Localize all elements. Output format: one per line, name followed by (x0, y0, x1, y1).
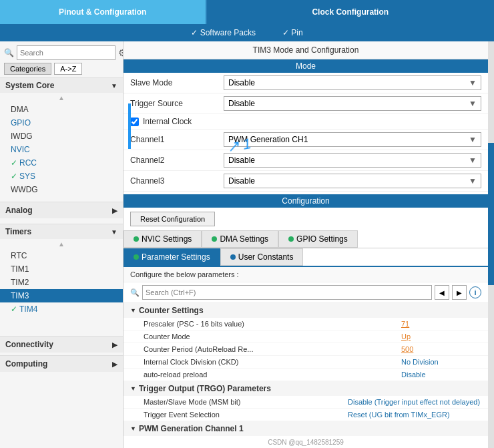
trigger-source-row: Trigger Source Disable ▼ (123, 93, 488, 114)
sidebar-item-sys[interactable]: ✓ SYS (0, 170, 123, 183)
mode-section-bar: Mode (123, 59, 488, 73)
channel3-select[interactable]: Disable ▼ (224, 174, 481, 188)
reset-config-button[interactable]: Reset Configuration (130, 212, 215, 226)
sidebar-item-tim4[interactable]: ✓ TIM4 (0, 302, 123, 316)
sidebar-item-wwdg[interactable]: WWDG (0, 183, 123, 196)
dropdown-arrow-2: ▼ (469, 99, 477, 108)
scrollbar-thumb[interactable] (488, 143, 494, 285)
pinout-tab[interactable]: Pinout & Configuration (0, 0, 207, 24)
channel3-label: Channel3 (130, 176, 224, 186)
trigger-output-group: ▼ Trigger Output (TRGO) Parameters Maste… (123, 381, 488, 421)
sidebar-item-iwdg[interactable]: IWDG (0, 130, 123, 143)
main-layout: 🔍 ⚙ Categories A->Z System Core ▼ ▲ DMA … (0, 41, 494, 448)
param-value-msm[interactable]: Disable (Trigger input effect not delaye… (348, 398, 481, 406)
counter-settings-header[interactable]: ▼ Counter Settings (123, 303, 488, 318)
param-value-counter-mode[interactable]: Up (401, 332, 481, 341)
dot-param (134, 254, 139, 260)
sidebar-item-dma[interactable]: DMA (0, 103, 123, 116)
system-core-header[interactable]: System Core ▼ (0, 77, 123, 93)
param-value-autoreload[interactable]: Disable (401, 371, 481, 379)
tab-nvic[interactable]: NVIC Settings (123, 230, 202, 248)
internal-clock-row: Internal Clock (123, 114, 488, 130)
computing-section-header[interactable]: Computing ▶ (0, 355, 123, 372)
param-row-counter-period: Counter Period (AutoReload Re... 500 (123, 343, 488, 356)
pin-link[interactable]: ✓ Pin (282, 28, 303, 37)
chevron-right-analog: ▶ (112, 207, 117, 214)
channel3-row: Channel3 Disable ▼ (123, 171, 488, 192)
param-value-prescaler[interactable]: 71 (401, 320, 481, 328)
content-area: TIM3 Mode and Configuration Mode Slave M… (123, 41, 488, 448)
sidebar-item-rtc[interactable]: RTC (0, 249, 123, 262)
param-nav-prev[interactable]: ◀ (435, 285, 449, 300)
sidebar-search-input[interactable] (17, 45, 115, 60)
info-icon[interactable]: i (469, 286, 481, 298)
param-value-counter-period[interactable]: 500 (401, 345, 481, 353)
tab-user-constants[interactable]: User Constants (220, 248, 304, 266)
param-row-prescaler: Prescaler (PSC - 16 bits value) 71 (123, 318, 488, 330)
internal-clock-checkbox[interactable] (130, 118, 139, 126)
slave-mode-label: Slave Mode (130, 78, 224, 87)
param-row-msm: Master/Slave Mode (MSM bit) Disable (Tri… (123, 396, 488, 409)
search-icon: 🔍 (4, 48, 14, 57)
channel1-row: Channel1 PWM Generation CH1 ▼ (123, 130, 488, 150)
tab-az[interactable]: A->Z (54, 63, 82, 75)
param-nav-next[interactable]: ▶ (452, 285, 467, 300)
counter-settings-group: ▼ Counter Settings Prescaler (PSC - 16 b… (123, 303, 488, 381)
pwm-channel1-header[interactable]: ▼ PWM Generation Channel 1 (123, 421, 488, 436)
tri-pwm: ▼ (130, 425, 136, 432)
analog-section-header[interactable]: Analog ▶ (0, 202, 123, 218)
param-row-autoreload: auto-reload preload Disable (123, 369, 488, 381)
sidebar: 🔍 ⚙ Categories A->Z System Core ▼ ▲ DMA … (0, 41, 123, 448)
param-value-ckd[interactable]: No Division (401, 358, 481, 366)
dropdown-arrow-4: ▼ (469, 156, 477, 165)
channel2-row: Channel2 Disable ▼ (123, 150, 488, 171)
watermark: CSDN @qq_1482581259 (123, 436, 488, 448)
check-icon-tim4: ✓ (11, 304, 17, 314)
gear-icon[interactable]: ⚙ (118, 47, 123, 58)
tab-categories[interactable]: Categories (4, 63, 51, 75)
tab-parameter-settings[interactable]: Parameter Settings (123, 248, 220, 266)
sidebar-item-rcc[interactable]: ✓ RCC (0, 156, 123, 170)
scroll-up-timers[interactable]: ▲ (0, 239, 123, 249)
param-name-ckd: Internal Clock Division (CKD) (144, 358, 401, 366)
sidebar-item-nvic[interactable]: NVIC (0, 143, 123, 156)
chevron-right-connectivity: ▶ (112, 341, 117, 349)
pwm-channel1-group: ▼ PWM Generation Channel 1 (123, 421, 488, 436)
connectivity-section-header[interactable]: Connectivity ▶ (0, 336, 123, 353)
param-configure-header: Configure the below parameters : (123, 267, 488, 282)
sidebar-item-tim1[interactable]: TIM1 (0, 262, 123, 276)
scrollbar-track[interactable] (488, 41, 494, 448)
tri-counter: ▼ (130, 307, 136, 314)
timers-header[interactable]: Timers ▼ (0, 224, 123, 239)
search-small-icon: 🔍 (130, 288, 140, 297)
sidebar-item-tim3[interactable]: TIM3 (0, 289, 123, 302)
param-row-counter-mode: Counter Mode Up (123, 330, 488, 343)
param-row-ckd: Internal Clock Division (CKD) No Divisio… (123, 356, 488, 369)
clock-tab[interactable]: Clock Configuration (207, 0, 495, 24)
chevron-down-icon: ▼ (111, 82, 117, 89)
check-icon-rcc: ✓ (11, 158, 17, 168)
sidebar-item-tim2[interactable]: TIM2 (0, 276, 123, 289)
dot-dma (212, 236, 217, 242)
tab-dma[interactable]: DMA Settings (202, 230, 278, 248)
dot-nvic (134, 236, 139, 242)
config-section-bar: Configuration (123, 194, 488, 208)
scroll-up-btn[interactable]: ▲ (0, 93, 123, 103)
top-header: Pinout & Configuration Clock Configurati… (0, 0, 494, 24)
software-packs-bar: ✓ Software Packs ✓ Pin (0, 24, 494, 41)
channel2-select[interactable]: Disable ▼ (224, 153, 481, 168)
software-packs-link[interactable]: ✓ Software Packs (191, 28, 256, 37)
sidebar-item-gpio[interactable]: GPIO (0, 116, 123, 130)
param-value-trigger-event[interactable]: Reset (UG bit from TIMx_EGR) (348, 411, 481, 419)
channel1-label: Channel1 (130, 135, 224, 144)
tri-trigger: ▼ (130, 385, 136, 392)
tab-gpio[interactable]: GPIO Settings (278, 230, 358, 248)
channel1-select[interactable]: PWM Generation CH1 ▼ (224, 132, 481, 147)
internal-clock-label: Internal Clock (143, 117, 192, 126)
dropdown-arrow-3: ▼ (469, 135, 477, 144)
trigger-output-header[interactable]: ▼ Trigger Output (TRGO) Parameters (123, 381, 488, 396)
system-core-section: System Core ▼ ▲ DMA GPIO IWDG NVIC ✓ RCC… (0, 77, 123, 196)
slave-mode-select[interactable]: Disable ▼ (224, 75, 481, 90)
param-search-input[interactable] (142, 285, 432, 300)
trigger-source-select[interactable]: Disable ▼ (224, 96, 481, 111)
